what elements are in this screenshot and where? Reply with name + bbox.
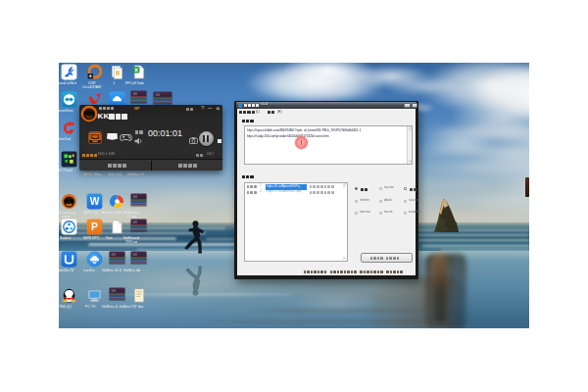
svg-text:P: P: [91, 221, 98, 232]
svg-text:W: W: [89, 196, 99, 207]
